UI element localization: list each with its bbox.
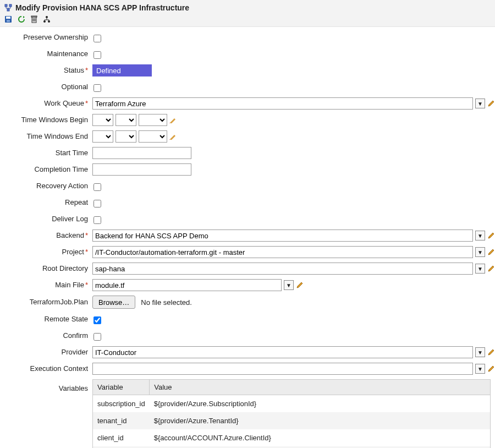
start-time-input[interactable]	[92, 147, 191, 159]
main-file-input[interactable]	[92, 279, 282, 291]
status-value[interactable]: Defined	[92, 64, 152, 77]
hierarchy-icon[interactable]	[43, 15, 51, 23]
project-input[interactable]	[92, 246, 473, 258]
preserve-ownership-label: Preserve Ownership	[0, 31, 92, 43]
remote-state-label: Remote State	[0, 313, 92, 325]
tw-begin-min-select[interactable]	[116, 114, 136, 126]
remote-state-checkbox[interactable]	[94, 316, 101, 324]
svg-rect-2	[7, 9, 9, 11]
variable-value: ${provider/Azure.SubscriptionId}	[150, 395, 491, 413]
tw-end-min-select[interactable]	[116, 130, 136, 143]
process-icon	[4, 4, 12, 12]
execution-context-input[interactable]	[92, 363, 473, 375]
recovery-action-label: Recovery Action	[0, 180, 92, 192]
maintenance-checkbox[interactable]	[94, 51, 101, 59]
svg-rect-4	[6, 17, 10, 19]
tw-end-ampm-select[interactable]	[139, 130, 167, 143]
execution-context-edit-icon[interactable]	[487, 365, 495, 373]
tf-plan-label: TerraformJob.Plan	[0, 296, 92, 308]
tw-begin-clear-icon[interactable]	[169, 117, 176, 123]
repeat-label: Repeat	[0, 196, 92, 209]
svg-rect-0	[5, 4, 7, 7]
provider-edit-icon[interactable]	[487, 348, 495, 356]
main-file-label: Main File*	[0, 279, 92, 291]
svg-rect-1	[9, 4, 12, 7]
provider-dropdown-icon[interactable]: ▼	[475, 347, 485, 357]
backend-label: Backend*	[0, 230, 92, 242]
save-icon[interactable]	[4, 15, 12, 23]
browse-button[interactable]: Browse…	[92, 296, 135, 309]
provider-label: Provider	[0, 346, 92, 358]
project-dropdown-icon[interactable]: ▼	[475, 247, 485, 257]
variable-value: ${account/ACCOUNT.Azure.ClientId}	[150, 429, 491, 446]
backend-input[interactable]	[92, 230, 473, 242]
table-row: tenant_id${provider/Azure.TenantId}	[93, 412, 491, 429]
variables-label: Variables	[0, 379, 92, 395]
root-directory-input[interactable]	[92, 263, 473, 275]
no-file-text: No file selected.	[141, 298, 192, 307]
table-row: subscription_id${provider/Azure.Subscrip…	[93, 395, 491, 413]
root-directory-edit-icon[interactable]	[487, 265, 495, 272]
optional-checkbox[interactable]	[94, 84, 101, 92]
backend-dropdown-icon[interactable]: ▼	[475, 231, 485, 241]
variable-name: client_id	[93, 429, 150, 446]
main-file-dropdown-icon[interactable]: ▼	[284, 280, 294, 290]
delete-icon[interactable]	[31, 15, 37, 23]
work-queue-dropdown-icon[interactable]: ▼	[475, 99, 485, 108]
deliver-log-label: Deliver Log	[0, 213, 92, 225]
root-directory-label: Root Directory	[0, 263, 92, 275]
preserve-ownership-checkbox[interactable]	[94, 35, 101, 42]
backend-edit-icon[interactable]	[487, 232, 495, 239]
tw-end-clear-icon[interactable]	[169, 133, 176, 140]
main-file-edit-icon[interactable]	[296, 281, 304, 289]
start-time-label: Start Time	[0, 147, 92, 159]
project-edit-icon[interactable]	[487, 248, 495, 256]
confirm-checkbox[interactable]	[94, 333, 101, 341]
recovery-action-checkbox[interactable]	[94, 183, 101, 191]
variables-table: Variable Value subscription_id${provider…	[92, 379, 491, 448]
status-label: Status*	[0, 64, 92, 77]
window-title-row: Modify Provision HANA SCS APP Infrastruc…	[4, 3, 491, 12]
work-queue-label: Work Queue*	[0, 97, 92, 110]
header-bar: Modify Provision HANA SCS APP Infrastruc…	[0, 0, 495, 27]
svg-rect-5	[7, 20, 10, 22]
tw-begin-hour-select[interactable]	[92, 114, 113, 126]
toolbar	[4, 12, 491, 24]
completion-time-label: Completion Time	[0, 163, 92, 176]
tw-begin-ampm-select[interactable]	[139, 114, 167, 126]
svg-point-11	[46, 16, 48, 18]
variable-name: tenant_id	[93, 412, 150, 429]
svg-point-13	[48, 20, 50, 23]
maintenance-label: Maintenance	[0, 48, 92, 60]
execution-context-label: Execution Context	[0, 363, 92, 375]
project-label: Project*	[0, 246, 92, 258]
window-title: Modify Provision HANA SCS APP Infrastruc…	[15, 3, 189, 12]
refresh-icon[interactable]	[18, 15, 25, 23]
svg-point-12	[43, 20, 46, 23]
root-directory-dropdown-icon[interactable]: ▼	[475, 264, 485, 274]
repeat-checkbox[interactable]	[94, 200, 101, 207]
confirm-label: Confirm	[0, 330, 92, 342]
variables-col-value: Value	[150, 380, 491, 395]
work-queue-input[interactable]	[92, 97, 473, 110]
table-row: client_id${account/ACCOUNT.Azure.ClientI…	[93, 429, 491, 446]
tw-end-hour-select[interactable]	[92, 130, 113, 143]
variables-col-variable: Variable	[93, 380, 150, 395]
work-queue-edit-icon[interactable]	[487, 100, 495, 107]
optional-label: Optional	[0, 81, 92, 93]
execution-context-dropdown-icon[interactable]: ▼	[475, 364, 485, 374]
variable-value: ${provider/Azure.TenantId}	[150, 412, 491, 429]
tw-begin-label: Time Windows Begin	[0, 114, 92, 126]
completion-time-input[interactable]	[92, 163, 191, 176]
svg-rect-7	[31, 16, 37, 17]
form-body: Preserve Ownership Maintenance Status* D…	[0, 27, 495, 448]
provider-input[interactable]	[92, 346, 473, 358]
deliver-log-checkbox[interactable]	[94, 216, 101, 224]
variable-name: subscription_id	[93, 395, 150, 413]
tw-end-label: Time Windows End	[0, 130, 92, 143]
